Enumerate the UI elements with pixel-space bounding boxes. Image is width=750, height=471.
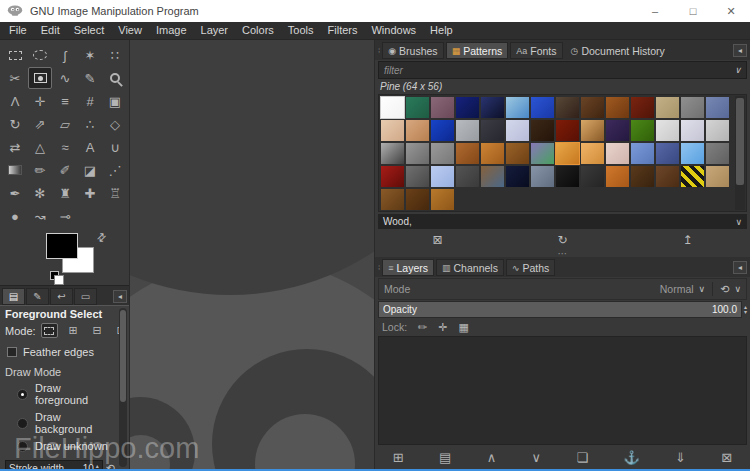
duplicate-layer-button[interactable]: ❏	[576, 450, 588, 465]
rectangle-select-tool[interactable]	[3, 44, 27, 66]
color-picker-tool[interactable]: ✎	[78, 67, 102, 89]
pattern-tile-24[interactable]	[631, 120, 654, 141]
ink-tool[interactable]: ✒	[3, 182, 27, 204]
minimize-button[interactable]: –	[636, 0, 674, 22]
pattern-tile-33[interactable]	[506, 143, 529, 164]
layer-mode-value[interactable]: Normal	[660, 283, 694, 295]
toolbox-dock-menu-button[interactable]: ◂	[113, 290, 127, 303]
pattern-tile-28[interactable]	[381, 143, 404, 164]
pattern-tile-8[interactable]	[581, 97, 604, 118]
cage-transform-tool[interactable]: △	[28, 136, 52, 158]
tab-patterns[interactable]: ▦Patterns	[446, 42, 509, 59]
pattern-tile-32[interactable]	[481, 143, 504, 164]
fuzzy-select-tool[interactable]: ✶	[78, 44, 102, 66]
tab-paths[interactable]: ∿Paths	[506, 259, 555, 276]
layer-mode-chevron-icon[interactable]: ∨	[699, 284, 706, 294]
pattern-tile-38[interactable]	[631, 143, 654, 164]
pattern-tile-25[interactable]	[656, 120, 679, 141]
merge-layer-button[interactable]: ⇓	[675, 450, 686, 465]
eraser-tool[interactable]: ◪	[78, 159, 102, 181]
menu-layer[interactable]: Layer	[194, 22, 236, 39]
pattern-tile-55[interactable]	[706, 166, 729, 187]
move-tool[interactable]: ✛	[28, 90, 52, 112]
pattern-tile-37[interactable]	[606, 143, 629, 164]
maximize-button[interactable]: □	[674, 0, 712, 22]
lock-alpha-icon[interactable]: ▦	[459, 321, 469, 334]
pattern-tile-7[interactable]	[556, 97, 579, 118]
pattern-tile-13[interactable]	[706, 97, 729, 118]
pattern-tile-29[interactable]	[406, 143, 429, 164]
pattern-tile-16[interactable]	[431, 120, 454, 141]
tab-channels[interactable]: ▥Channels	[436, 259, 504, 276]
menu-view[interactable]: View	[111, 22, 149, 39]
close-button[interactable]: ✕	[712, 0, 750, 22]
default-colors-icon[interactable]	[50, 271, 59, 280]
swap-colors-icon[interactable]: ⇄	[94, 230, 110, 246]
pattern-tile-56[interactable]	[381, 189, 404, 210]
gradient-tool[interactable]	[3, 159, 27, 181]
tab-layers[interactable]: ≡Layers	[382, 259, 434, 276]
menu-colors[interactable]: Colors	[235, 22, 281, 39]
pencil-tool[interactable]: ✏	[28, 159, 52, 181]
mode-replace-button[interactable]	[41, 323, 58, 338]
pattern-tile-46[interactable]	[481, 166, 504, 187]
pattern-name-chevron-icon[interactable]: ∨	[735, 217, 742, 227]
refresh-patterns-button[interactable]: ↻	[557, 233, 567, 247]
pattern-tile-44[interactable]	[431, 166, 454, 187]
mode-add-button[interactable]: ⊞	[65, 323, 82, 338]
pattern-tile-39[interactable]	[656, 143, 679, 164]
pattern-grid-scrollbar[interactable]	[735, 96, 745, 210]
align-tool[interactable]: ≡	[53, 90, 77, 112]
pattern-tile-45[interactable]	[456, 166, 479, 187]
menu-filters[interactable]: Filters	[321, 22, 365, 39]
pattern-tile-41[interactable]	[706, 143, 729, 164]
tab-brushes[interactable]: ◉Brushes	[382, 42, 443, 59]
tab-document-history[interactable]: ◷Document History	[565, 42, 671, 59]
pattern-tile-2[interactable]	[431, 97, 454, 118]
pattern-tile-57[interactable]	[406, 189, 429, 210]
pattern-tile-58[interactable]	[431, 189, 454, 210]
foreground-select-tool[interactable]	[28, 67, 52, 89]
pattern-tile-40[interactable]	[681, 143, 704, 164]
measure-tool[interactable]: Λ	[3, 90, 27, 112]
pattern-tile-14[interactable]	[381, 120, 404, 141]
perspective-tool[interactable]: ▱	[53, 113, 77, 135]
paintbrush-tool[interactable]: ✐	[53, 159, 77, 181]
pattern-tile-17[interactable]	[456, 120, 479, 141]
anchor-layer-button[interactable]: ⚓	[623, 450, 639, 465]
menu-edit[interactable]: Edit	[34, 22, 67, 39]
menu-image[interactable]: Image	[149, 22, 194, 39]
shear-tool[interactable]: ⇗	[28, 113, 52, 135]
airbrush-tool[interactable]: ⋰	[103, 159, 127, 181]
pattern-tile-0[interactable]	[381, 97, 404, 118]
pattern-tile-19[interactable]	[506, 120, 529, 141]
lower-layer-button[interactable]: ∨	[532, 450, 542, 465]
heal-tool[interactable]: ✚	[78, 182, 102, 204]
lock-pixels-icon[interactable]: ✏	[418, 321, 427, 334]
pattern-tile-5[interactable]	[506, 97, 529, 118]
pattern-tile-27[interactable]	[706, 120, 729, 141]
open-pattern-button[interactable]: ↥	[682, 233, 692, 247]
draw-mode-radio-1[interactable]	[17, 418, 28, 429]
patterns-dock-handle[interactable]: ⁞	[378, 46, 379, 55]
pattern-tile-22[interactable]	[581, 120, 604, 141]
dock-splitter[interactable]: ⋯	[375, 250, 750, 257]
blur-sharpen-tool[interactable]: ●	[3, 205, 27, 227]
layers-dock-handle[interactable]: ⁞	[378, 263, 379, 272]
pattern-tile-49[interactable]	[556, 166, 579, 187]
scissors-select-tool[interactable]: ✂	[3, 67, 27, 89]
pattern-tile-35[interactable]	[556, 143, 579, 164]
menu-tools[interactable]: Tools	[281, 22, 321, 39]
warp-transform-tool[interactable]: ≈	[53, 136, 77, 158]
opacity-slider[interactable]: Opacity 100.0	[378, 301, 742, 318]
pattern-filter-input[interactable]: filter ∨	[378, 61, 747, 79]
bucket-fill-tool[interactable]: ∪	[103, 136, 127, 158]
delete-layer-button[interactable]: ⊠	[721, 450, 732, 465]
pattern-tile-15[interactable]	[406, 120, 429, 141]
zoom-tool[interactable]	[103, 67, 127, 89]
pattern-tile-6[interactable]	[531, 97, 554, 118]
flip-tool[interactable]: ⇄	[3, 136, 27, 158]
ellipse-select-tool[interactable]	[28, 44, 52, 66]
free-select-tool[interactable]: ʃ	[53, 44, 77, 66]
tab-undo-history[interactable]: ↩	[50, 288, 73, 305]
